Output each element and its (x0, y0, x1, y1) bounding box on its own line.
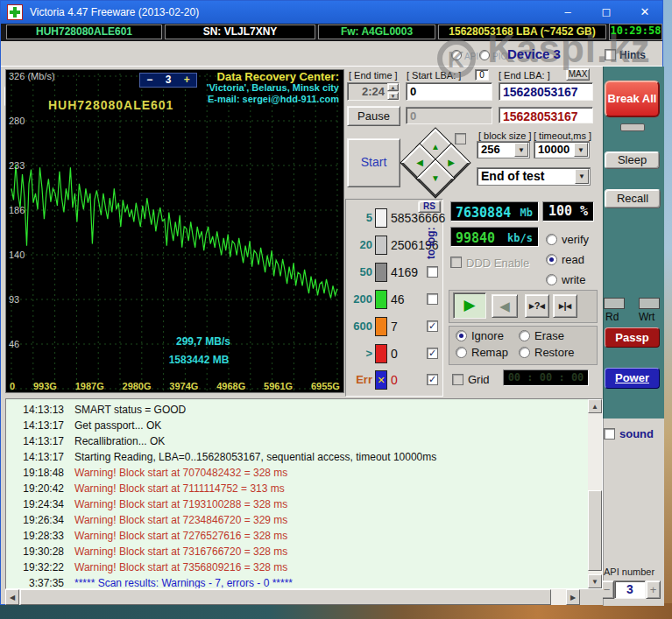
wrt-label: Wrt (639, 311, 654, 323)
stat-color-swatch (375, 290, 387, 309)
pio-radio[interactable] (479, 50, 490, 60)
end-lba-input[interactable]: 15628053167 (499, 82, 593, 101)
pause-button[interactable]: Pause (347, 106, 400, 126)
block-size-label: [ block size ] (478, 130, 532, 141)
clock: 10:29:58 (609, 24, 662, 40)
recall-button[interactable]: Recall (605, 189, 661, 208)
log-message: Starting Reading, LBA=0..15628053167, se… (74, 449, 436, 465)
log-time: 19:26:34 (10, 512, 64, 528)
end-of-test-dropdown[interactable]: End of test▼ (477, 167, 591, 186)
grid-checkbox[interactable] (452, 374, 463, 385)
end-time-down-arrow[interactable]: ▼ (387, 92, 399, 100)
play-button[interactable]: ▶ (453, 292, 486, 319)
ddd-enable-checkbox[interactable] (450, 257, 462, 268)
scroll-right-icon[interactable]: ▶ (566, 589, 580, 605)
stat-to-log-checkbox[interactable] (427, 293, 438, 305)
start-lba-label: [ Start LBA: ] (407, 70, 461, 81)
max-button[interactable]: MAX (566, 68, 590, 81)
ignore-radio[interactable] (456, 330, 467, 341)
log-message: Warning! Block start at 7070482432 = 328… (74, 465, 287, 481)
chevron-down-icon[interactable]: ▼ (575, 169, 589, 184)
log-row: 19:20:42Warning! Block start at 71111147… (10, 481, 602, 496)
graph-zoom-control: − 3 + (139, 73, 197, 88)
x-tick-label: 0 (10, 381, 15, 391)
y-tick-label: 326 (Mb/s) (9, 71, 55, 81)
sound-checkbox[interactable] (604, 428, 615, 440)
api-radio[interactable] (451, 50, 462, 60)
api-number-value: 3 (614, 580, 646, 599)
drc-line1: Data Recovery Center: (207, 71, 339, 82)
maximize-button[interactable]: ◻ (591, 1, 621, 24)
graph-zoom-plus-button[interactable]: + (178, 74, 196, 87)
stat-to-log-checkbox[interactable]: ✓ (427, 320, 438, 332)
chevron-down-icon[interactable]: ▼ (574, 143, 588, 157)
speed-value: 99840 (456, 230, 495, 246)
stat-value: 4169 (391, 265, 418, 279)
y-tick-label: 46 (9, 339, 19, 349)
desktop-wallpaper: Victoria 4.47 Freeware (2013-02-20) – ◻ … (0, 0, 672, 619)
step-button[interactable]: ▸|◂ (553, 294, 577, 318)
seek-question-button[interactable]: ▸?◂ (525, 294, 549, 318)
api-radio-label: API (464, 52, 478, 61)
minimize-button[interactable]: – (553, 1, 583, 24)
scroll-left-icon[interactable]: ◀ (5, 589, 19, 605)
passport-button[interactable]: Passp (605, 327, 660, 348)
write-radio[interactable] (546, 274, 557, 285)
block-size-dropdown[interactable]: 256▼ (477, 141, 530, 158)
api-number-plus-button[interactable]: + (646, 580, 661, 599)
stat-color-swatch: ✕ (375, 370, 387, 390)
hints-checkbox[interactable] (605, 49, 616, 60)
erase-label: Erase (534, 329, 564, 342)
sleep-button[interactable]: Sleep (605, 151, 660, 169)
log-time: 19:32:22 (10, 559, 64, 575)
percent-lcd: 100 % (542, 201, 594, 222)
timeout-dropdown[interactable]: 10000▼ (534, 141, 590, 158)
y-tick-label: 140 (9, 250, 25, 260)
start-button[interactable]: Start (347, 138, 400, 187)
x-tick-label: 993G (33, 381, 57, 391)
log-time: 14:13:17 (10, 418, 64, 433)
wrt-led (639, 298, 660, 309)
log-message: ***** Scan results: Warnings - 7, errors… (74, 575, 293, 589)
graph-zoom-minus-button[interactable]: − (140, 74, 159, 87)
remap-radio[interactable] (456, 347, 467, 358)
chevron-down-icon[interactable]: ▼ (514, 143, 528, 157)
victoria-app-window: Victoria 4.47 Freeware (2013-02-20) – ◻ … (0, 0, 663, 605)
stat-color-swatch (375, 317, 387, 336)
ddd-enable-label: DDD Enable (466, 257, 529, 270)
back-button[interactable]: ◀ (492, 294, 518, 318)
pad-checkbox[interactable] (455, 133, 466, 144)
verify-radio[interactable] (546, 234, 557, 245)
start-lba-input[interactable]: 0 (406, 82, 492, 101)
x-tick-label: 4968G (216, 381, 245, 391)
stat-value: 0 (391, 347, 398, 361)
log-time: 14:13:17 (10, 449, 64, 465)
stat-to-log-checkbox[interactable] (427, 266, 438, 278)
log-row: 14:13:17Starting Reading, LBA=0..1562805… (10, 449, 602, 465)
restore-radio[interactable] (519, 347, 530, 358)
api-number-label: API number (604, 566, 654, 577)
log-message: Warning! Block start at 7356809216 = 328… (74, 559, 287, 575)
erase-radio[interactable] (519, 330, 530, 341)
log-vertical-scrollbar[interactable]: ▲ ▼ (588, 399, 602, 588)
window-title: Victoria 4.47 Freeware (2013-02-20) (30, 6, 199, 18)
overlay-current-speed: 299,7 MB/s (133, 335, 273, 348)
title-bar[interactable]: Victoria 4.47 Freeware (2013-02-20) – ◻ … (1, 1, 662, 24)
scroll-thumb[interactable] (588, 490, 602, 571)
break-all-button[interactable]: Break All (605, 81, 660, 117)
hscroll-thumb[interactable] (20, 589, 551, 605)
close-button[interactable]: ✕ (630, 1, 660, 24)
scroll-up-icon[interactable]: ▲ (588, 399, 602, 413)
read-radio[interactable] (546, 254, 557, 265)
stat-to-log-checkbox[interactable]: ✓ (427, 348, 438, 359)
power-button[interactable]: Power (605, 368, 660, 389)
rs-button[interactable]: RS (418, 200, 441, 213)
stat-to-log-checkbox[interactable]: ✓ (427, 374, 438, 385)
scroll-down-icon[interactable]: ▼ (588, 574, 602, 588)
grid-label: Grid (468, 373, 490, 386)
drive-info-bar: HUH728080ALE601 SN: VLJL7XNY Fw: A4GL000… (1, 24, 662, 41)
log-horizontal-scrollbar[interactable]: ◀ ▶ (5, 589, 580, 605)
drc-line3: E-mail: sergei@hdd-911.com (207, 94, 339, 105)
end-time-label: [ End time ] (349, 70, 398, 81)
end-time-up-arrow[interactable]: ▲ (387, 83, 399, 91)
